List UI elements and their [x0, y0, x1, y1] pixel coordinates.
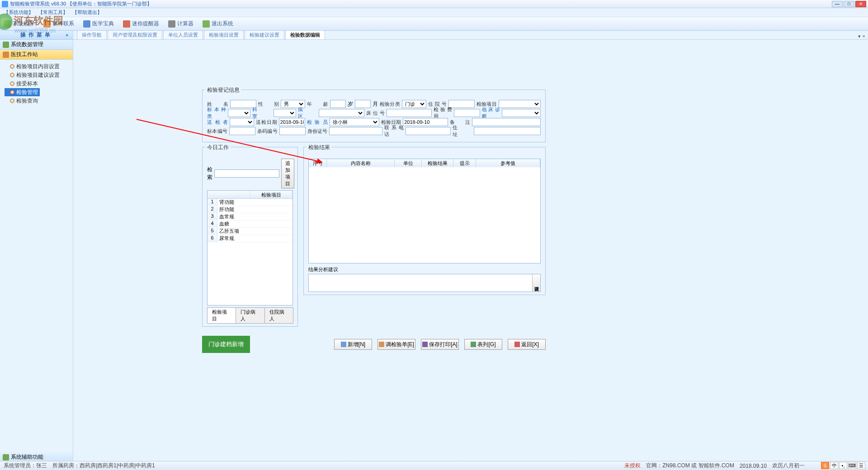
checker-select[interactable]: 徐小林: [330, 118, 379, 126]
lbl-barcode: 条码编号: [257, 128, 278, 135]
ime-menu-icon[interactable]: ☰: [857, 462, 865, 469]
table-row[interactable]: 5乙肝五项: [208, 228, 292, 235]
tree-item-query[interactable]: 检验查询: [5, 97, 73, 105]
tb-contact[interactable]: 软件联系: [43, 20, 74, 28]
fee-input[interactable]: [454, 109, 480, 117]
table-button[interactable]: 表列[G]: [464, 339, 502, 350]
sdate-input[interactable]: [279, 118, 305, 126]
bullet-icon: [10, 99, 14, 103]
subtab-items[interactable]: 检验项目: [207, 307, 236, 324]
table-row[interactable]: 2肝功能: [208, 206, 292, 213]
contact-icon: [43, 20, 51, 28]
save-print-button[interactable]: 保存打印[A]: [421, 339, 459, 350]
diag-select[interactable]: [502, 109, 541, 117]
window-title: 智能检验管理系统 v68.30 【使用单位：智能医学院第一门诊部】: [10, 0, 152, 7]
lbl-addr: 住 址: [453, 124, 472, 138]
tree-item-manage[interactable]: 检验管理: [5, 88, 40, 96]
add-item-button[interactable]: 追加项目: [281, 159, 294, 188]
analysis-box[interactable]: 调建议: [308, 274, 541, 292]
subtab-inpatient[interactable]: 住院病人: [264, 307, 293, 324]
folder-icon: [3, 52, 9, 58]
ime-punct-icon[interactable]: •,: [839, 462, 847, 469]
lbl-idcard: 身份证号: [307, 128, 328, 135]
group-legend: 检验登记信息: [205, 86, 241, 94]
tree-item-content[interactable]: 检验项目内容设置: [5, 62, 73, 70]
tab-staff[interactable]: 单位人员设置: [163, 30, 203, 39]
ime-bar: S 中 •, ⌨ ☰: [821, 461, 865, 470]
lbl-specno: 标本编号: [207, 128, 227, 135]
calc-icon: [168, 20, 175, 28]
tab-dropdown-icon[interactable]: ▾: [858, 33, 861, 39]
maximize-button[interactable]: □: [844, 1, 854, 7]
barcode-input[interactable]: [279, 127, 306, 135]
dept-select[interactable]: [274, 109, 296, 117]
ime-lang[interactable]: 中: [830, 462, 838, 469]
close-button[interactable]: ✕: [855, 1, 866, 7]
th-result: 检验结果: [422, 159, 453, 167]
status-site: 官网：ZN98.COM 或 智能软件.COM: [646, 462, 734, 470]
back-button[interactable]: 返回[X]: [508, 339, 546, 350]
ime-keyboard-icon[interactable]: ⌨: [848, 462, 856, 469]
save-icon: [422, 342, 428, 347]
table-row[interactable]: 3血常规: [208, 213, 292, 221]
new-icon: [341, 342, 346, 347]
tb-reminder[interactable]: 迷你提醒器: [123, 20, 159, 28]
table-row[interactable]: 1肾功能: [208, 199, 292, 206]
tab-suggest[interactable]: 检验建议设置: [245, 30, 284, 39]
sidebar-cat-medstation[interactable]: 医技工作站: [0, 50, 73, 60]
tb-lock[interactable]: 系统锁屏: [4, 20, 34, 28]
collapse-icon[interactable]: «: [66, 33, 71, 38]
tab-users[interactable]: 用户管理及权限设置: [108, 30, 162, 39]
item-select[interactable]: [499, 100, 541, 108]
tab-close-icon[interactable]: ×: [863, 33, 865, 39]
ward-select[interactable]: [319, 109, 364, 117]
age-y-input[interactable]: [330, 100, 346, 108]
lbl-spec: 标本种类: [207, 106, 226, 120]
table-row[interactable]: 6尿常规: [208, 235, 292, 242]
tree-item-accept[interactable]: 接受标本: [5, 80, 73, 88]
tb-calc[interactable]: 计算器: [168, 20, 193, 28]
th-hint: 提示: [453, 159, 476, 167]
minimize-button[interactable]: —: [832, 1, 843, 7]
th-ref: 参考值: [476, 159, 540, 167]
table-row[interactable]: 4血糖: [208, 221, 292, 228]
lbl-bed: 床 位 号: [366, 110, 385, 117]
new-patient-button[interactable]: 门诊建档新增: [202, 336, 250, 353]
tree-item-suggest[interactable]: 检验项目建议设置: [5, 71, 73, 79]
status-pharm: 所属药房：西药房|西药房1|中药房|中药房1: [52, 462, 155, 470]
specno-input[interactable]: [229, 127, 255, 135]
idcard-input[interactable]: [329, 127, 382, 135]
lock-icon: [4, 20, 11, 28]
ime-sogou-icon[interactable]: S: [821, 462, 829, 469]
menu-help[interactable]: 【帮助退出】: [72, 9, 102, 16]
sidebar-cat-sysdata[interactable]: 系统数据管理: [0, 40, 73, 50]
age-m-input[interactable]: [355, 100, 371, 108]
cdate-input[interactable]: [403, 118, 448, 126]
addr-input[interactable]: [474, 127, 541, 135]
sender-select[interactable]: [230, 118, 254, 126]
load-order-button[interactable]: 调检验单[E]: [377, 339, 415, 350]
bullet-icon: [10, 64, 14, 69]
subtab-outpatient[interactable]: 门诊病人: [236, 307, 264, 324]
status-lunar: 农历八月初一: [772, 462, 805, 470]
clipboard-icon: [379, 342, 384, 347]
tab-edit[interactable]: 检验数据编辑: [285, 30, 325, 39]
spec-select[interactable]: [228, 109, 250, 117]
inno-input[interactable]: [448, 100, 475, 108]
tb-exit[interactable]: 退出系统: [203, 20, 233, 28]
tel-input[interactable]: [406, 127, 451, 135]
search-input[interactable]: [214, 169, 279, 178]
today-group: 今日工作 检索 追加项目 检验项目 1肾功能 2肝功能 3血常规 4血糖: [202, 147, 298, 327]
lbl-dept: 科 室: [252, 106, 271, 120]
new-button[interactable]: 新增[N]: [334, 339, 372, 350]
load-suggest-button[interactable]: 调建议: [532, 274, 540, 291]
tab-items[interactable]: 检验项目设置: [204, 30, 244, 39]
cat-select[interactable]: 门诊: [402, 100, 426, 108]
tb-medbook[interactable]: 医学宝典: [83, 20, 114, 28]
status-admin: 系统管理员：张三: [4, 462, 47, 470]
bed-input[interactable]: [387, 109, 432, 117]
menu-system[interactable]: 【系统功能】: [4, 9, 33, 16]
note-input[interactable]: [472, 118, 541, 126]
tab-nav[interactable]: 操作导航: [77, 30, 107, 39]
menu-tools[interactable]: 【常用工具】: [38, 9, 68, 16]
